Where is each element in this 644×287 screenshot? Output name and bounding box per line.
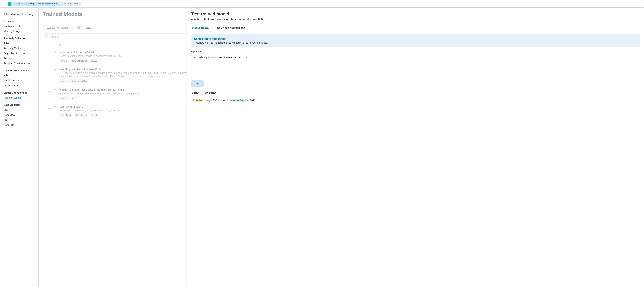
ner-info-box: Named entity recognition Test how well t… (191, 34, 640, 47)
flyout-title: Test trained model (191, 12, 640, 16)
svg-point-0 (6, 14, 6, 14)
sidebar-data-drift[interactable]: Data Drift (0, 122, 38, 128)
sidebar-group-dfa: Data Frame Analytics (0, 66, 38, 73)
breadcrumb-model-mgmt[interactable]: Model Management (35, 2, 61, 6)
output-text-mid: bought 300 shares of (204, 99, 228, 102)
user-avatar[interactable]: D (8, 2, 12, 6)
svg-line-7 (5, 14, 6, 14)
sidebar-overview[interactable]: Overview (0, 18, 38, 24)
sidebar-app-title: Machine Learning (10, 12, 33, 16)
sidebar-single-metric[interactable]: Single Metric Viewer (0, 51, 38, 56)
test-button[interactable]: Test (191, 80, 204, 87)
sidebar-notifications[interactable]: Notifications (0, 24, 38, 29)
input-text-label: Input text (191, 50, 640, 53)
sidebar-memory-usage[interactable]: Memory Usage (0, 29, 38, 34)
svg-rect-12 (231, 100, 232, 101)
sidebar-anomaly-jobs[interactable]: Jobs (0, 41, 38, 46)
person-icon (193, 99, 195, 102)
svg-point-11 (194, 99, 194, 100)
entity-org: Acme Corp (229, 98, 246, 102)
breadcrumb-ml[interactable]: Machine Learning (13, 2, 36, 6)
sidebar-dfa-jobs[interactable]: Jobs (0, 73, 38, 78)
sidebar-analytics-map[interactable]: Analytics Map (0, 83, 38, 88)
sidebar-group-datavis: Data Visualizer (0, 100, 38, 107)
sidebar: Machine Learning Overview Notifications … (0, 8, 39, 287)
breadcrumb: Machine Learning Model Management Traine… (13, 2, 82, 6)
close-flyout-button[interactable]: ✕ (638, 10, 641, 14)
sidebar-file[interactable]: File (0, 107, 38, 112)
sidebar-esql[interactable]: ES|QL (0, 118, 38, 122)
output-text-tail: in 2022. (247, 99, 256, 102)
ner-output: Sasha bought 300 shares of Acme Corp in … (191, 98, 640, 102)
sidebar-data-view[interactable]: Data View (0, 112, 38, 118)
notification-dot-icon (18, 26, 20, 27)
ner-info-title: Named entity recognition (194, 37, 637, 40)
svg-line-6 (6, 14, 6, 14)
breadcrumb-trained-models: Trained Models (60, 2, 82, 6)
main-menu-button[interactable] (2, 2, 6, 6)
entity-person-text: Sasha (195, 99, 202, 102)
sidebar-anomaly-explorer[interactable]: Anomaly Explorer (0, 46, 38, 51)
sidebar-group-modelmgmt: Model Management (0, 88, 38, 95)
tab-test-text[interactable]: Test using text (191, 24, 210, 31)
svg-line-8 (6, 14, 6, 14)
subtab-output[interactable]: Output (191, 90, 200, 96)
entity-person: Sasha (191, 98, 204, 102)
subtab-raw-output[interactable]: Raw output (203, 90, 217, 96)
ner-info-desc: Test how well the model identifies named… (194, 41, 637, 44)
sidebar-notifications-label: Notifications (4, 25, 17, 28)
sidebar-trained-models[interactable]: Trained Models (0, 95, 38, 100)
sidebar-supplied-config[interactable]: Supplied Configurations (0, 61, 38, 66)
ml-app-icon (3, 12, 8, 16)
sidebar-group-anomaly: Anomaly Detection (0, 34, 38, 41)
entity-org-text: Acme Corp (233, 99, 245, 102)
svg-line-5 (5, 14, 6, 14)
tab-test-index[interactable]: Test using existing index (214, 24, 246, 31)
sidebar-results-explorer[interactable]: Results Explorer (0, 78, 38, 83)
org-icon (230, 99, 232, 102)
input-text-area[interactable] (191, 54, 640, 77)
flyout-model-id: elastic__distilbert-base-cased-finetuned… (191, 18, 640, 21)
test-model-flyout: ✕ Test trained model elastic__distilbert… (187, 8, 644, 287)
sidebar-anomaly-settings[interactable]: Settings (0, 56, 38, 61)
